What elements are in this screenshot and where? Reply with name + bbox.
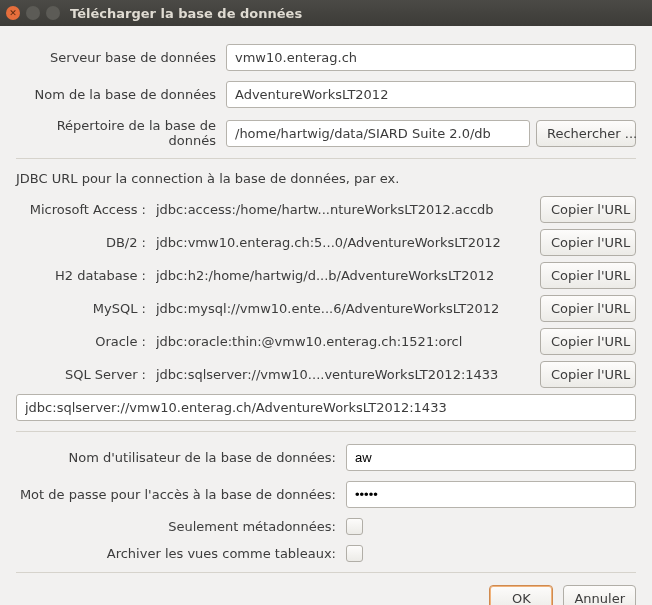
minimize-icon[interactable] xyxy=(26,6,40,20)
copy-url-button-sqlserver[interactable]: Copier l'URL xyxy=(540,361,636,388)
archive-views-checkbox[interactable] xyxy=(346,545,363,562)
password-input[interactable] xyxy=(346,481,636,508)
window-controls: ✕ xyxy=(6,6,60,20)
jdbc-value-access: jdbc:access:/home/hartw...ntureWorksLT20… xyxy=(156,202,540,217)
separator xyxy=(16,158,636,159)
separator-2 xyxy=(16,431,636,432)
jdbc-value-mysql: jdbc:mysql://vmw10.ente...6/AdventureWor… xyxy=(156,301,540,316)
maximize-icon[interactable] xyxy=(46,6,60,20)
cancel-button[interactable]: Annuler xyxy=(563,585,636,605)
jdbc-label-access: Microsoft Access : xyxy=(16,202,156,217)
dialog-actions: OK Annuler xyxy=(16,585,636,605)
jdbc-url-input[interactable] xyxy=(16,394,636,421)
dialog-content: Serveur base de données Nom de la base d… xyxy=(0,26,652,605)
jdbc-label-h2: H2 database : xyxy=(16,268,156,283)
copy-url-button-access[interactable]: Copier l'URL xyxy=(540,196,636,223)
copy-url-button-db2[interactable]: Copier l'URL xyxy=(540,229,636,256)
separator-3 xyxy=(16,572,636,573)
window-title: Télécharger la base de données xyxy=(70,6,302,21)
server-input[interactable] xyxy=(226,44,636,71)
titlebar: ✕ Télécharger la base de données xyxy=(0,0,652,26)
copy-url-button-oracle[interactable]: Copier l'URL xyxy=(540,328,636,355)
browse-button[interactable]: Rechercher ... xyxy=(536,120,636,147)
jdbc-value-oracle: jdbc:oracle:thin:@vmw10.enterag.ch:1521:… xyxy=(156,334,540,349)
dbname-input[interactable] xyxy=(226,81,636,108)
archive-views-label: Archiver les vues comme tableaux: xyxy=(16,546,346,561)
server-label: Serveur base de données xyxy=(16,50,226,65)
jdbc-label-sqlserver: SQL Server : xyxy=(16,367,156,382)
jdbc-label-oracle: Oracle : xyxy=(16,334,156,349)
dbname-label: Nom de la base de données xyxy=(16,87,226,102)
jdbc-value-sqlserver: jdbc:sqlserver://vmw10....ventureWorksLT… xyxy=(156,367,540,382)
username-input[interactable] xyxy=(346,444,636,471)
directory-input[interactable] xyxy=(226,120,530,147)
jdbc-value-h2: jdbc:h2:/home/hartwig/d...b/AdventureWor… xyxy=(156,268,540,283)
jdbc-value-db2: jdbc:vmw10.enterag.ch:5...0/AdventureWor… xyxy=(156,235,540,250)
metadata-only-label: Seulement métadonnées: xyxy=(16,519,346,534)
jdbc-heading: JDBC URL pour la connection à la base de… xyxy=(16,171,636,186)
close-icon[interactable]: ✕ xyxy=(6,6,20,20)
jdbc-label-mysql: MySQL : xyxy=(16,301,156,316)
jdbc-label-db2: DB/2 : xyxy=(16,235,156,250)
copy-url-button-h2[interactable]: Copier l'URL xyxy=(540,262,636,289)
password-label: Mot de passe pour l'accès à la base de d… xyxy=(16,487,346,502)
metadata-only-checkbox[interactable] xyxy=(346,518,363,535)
ok-button[interactable]: OK xyxy=(489,585,553,605)
copy-url-button-mysql[interactable]: Copier l'URL xyxy=(540,295,636,322)
directory-label: Répertoire de la base de donnés xyxy=(16,118,226,148)
username-label: Nom d'utilisateur de la base de données: xyxy=(16,450,346,465)
